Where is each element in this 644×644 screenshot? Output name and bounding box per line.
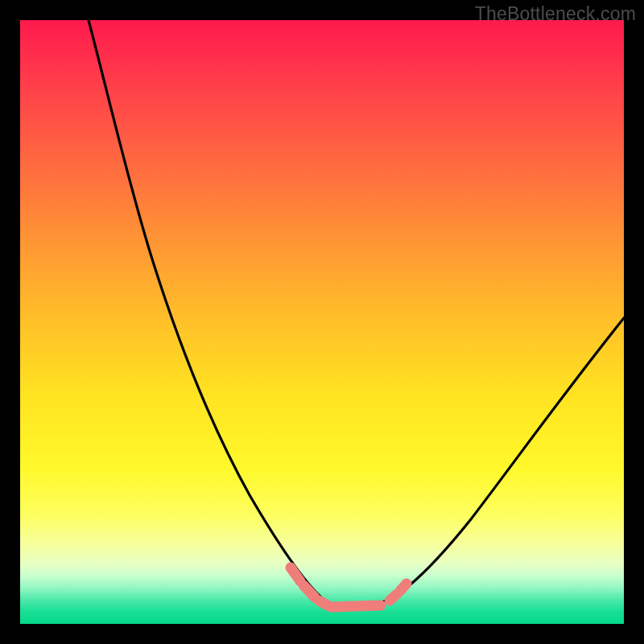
plot-area (20, 20, 624, 624)
chart-stage: TheBottleneck.com (0, 0, 644, 644)
marker-band-left (291, 568, 328, 605)
curve-left (89, 20, 346, 609)
marker-band-bottom (331, 605, 381, 607)
curve-right (346, 318, 624, 609)
watermark-text: TheBottleneck.com (475, 3, 636, 25)
marker-band-right (390, 584, 407, 601)
chart-curves (20, 20, 624, 624)
